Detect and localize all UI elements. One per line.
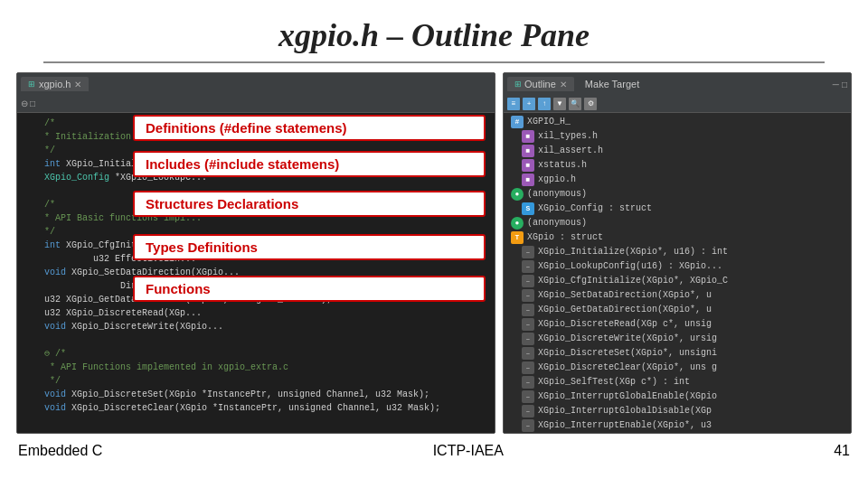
- annotation-functions: Functions: [133, 276, 486, 302]
- outline-item[interactable]: ■xil_assert.h: [507, 144, 847, 158]
- main-content: ⊞ xgpio.h ✕ ⊖ □ /* * Initialization func…: [0, 72, 868, 434]
- outline-item-text: XGpio_DiscreteRead(XGp c*, unsig: [538, 317, 712, 332]
- editor-tab[interactable]: ⊞ xgpio.h ✕: [21, 77, 89, 91]
- editor-toolbar: ⊖ □: [17, 95, 495, 113]
- outline-item-text: XGpio_GetDataDirection(XGpio*, u: [538, 303, 712, 317]
- outline-item-icon: #: [511, 116, 524, 128]
- outline-toolbar: ≡ + ↑ ▼ 🔍 ⚙: [504, 95, 851, 113]
- code-line: ⊖ /*: [24, 347, 487, 361]
- outline-tab-close[interactable]: ✕: [560, 80, 567, 89]
- footer: Embedded C ICTP-IAEA 41: [0, 437, 868, 465]
- outline-item-text: XGpio : struct: [527, 230, 603, 245]
- outline-item[interactable]: TXGpio : struct: [507, 230, 847, 245]
- outline-item-text: XGPIO_H_: [527, 115, 571, 129]
- outline-item-icon: –: [522, 260, 534, 273]
- expand-all-icon[interactable]: +: [523, 98, 535, 110]
- outline-item[interactable]: SXGpio_Config : struct: [507, 202, 847, 216]
- code-line: * API Functions implemented in xgpio_ext…: [24, 361, 487, 374]
- outline-item[interactable]: –XGpio_DiscreteWrite(XGpio*, ursig: [507, 332, 847, 346]
- outline-scrollbar[interactable]: [504, 433, 851, 434]
- outline-item-text: XGpio_LookupConfig(u16) : XGpio...: [538, 259, 722, 274]
- outline-item-icon: ■: [522, 174, 534, 186]
- outline-item-text: XGpio_DiscreteSet(XGpio*, unsigni: [538, 346, 717, 361]
- outline-item[interactable]: –XGpio_GetDataDirection(XGpio*, u: [507, 303, 847, 317]
- editor-tab-bar: ⊞ xgpio.h ✕: [17, 73, 495, 95]
- editor-pane: ⊞ xgpio.h ✕ ⊖ □ /* * Initialization func…: [16, 72, 495, 434]
- code-line: u32 XGpio_DiscreteRead(XGp...: [24, 306, 487, 320]
- outline-item[interactable]: ■xil_types.h: [507, 129, 847, 144]
- annotation-definitions: Definitions (#define statemens): [133, 115, 486, 141]
- footer-left: Embedded C: [18, 443, 102, 459]
- outline-item[interactable]: –XGpio_Initialize(XGpio*, u16) : int: [507, 245, 847, 259]
- outline-item-icon: –: [522, 289, 534, 302]
- settings-icon[interactable]: ⚙: [584, 98, 597, 110]
- code-line: void XGpio_DiscreteWrite(XGpio...: [24, 320, 487, 333]
- outline-item-text: XGpio_InterruptEnable(XGpio*, u3: [538, 418, 712, 433]
- outline-item[interactable]: #XGPIO_H_: [507, 115, 847, 129]
- code-line: */: [24, 374, 487, 388]
- outline-item[interactable]: ●(anonymous): [507, 187, 847, 202]
- outline-item-text: XGpio_Config : struct: [538, 202, 652, 216]
- outline-item[interactable]: –XGpio_InterruptGlobalEnable(XGpio: [507, 389, 847, 404]
- search-icon[interactable]: 🔍: [569, 98, 581, 110]
- outline-item[interactable]: –XGpio_CfgInitialize(XGpio*, XGpio_C: [507, 274, 847, 288]
- outline-tab[interactable]: ⊞ Outline ✕: [507, 77, 574, 91]
- outline-item[interactable]: –XGpio_DiscreteSet(XGpio*, unsigni: [507, 346, 847, 361]
- footer-center: ICTP-IAEA: [433, 443, 504, 459]
- outline-item-icon: –: [522, 333, 534, 345]
- filter-icon[interactable]: ▼: [553, 98, 566, 110]
- outline-item-text: (anonymous): [527, 187, 587, 202]
- outline-item-text: xil_assert.h: [538, 144, 603, 158]
- outline-item-icon: –: [522, 405, 534, 418]
- outline-item-text: xstatus.h: [538, 158, 587, 173]
- make-target-tab[interactable]: Make Target: [578, 77, 646, 91]
- outline-item-icon: S: [522, 202, 534, 215]
- collapse-all-icon[interactable]: ≡: [507, 98, 520, 110]
- outline-item[interactable]: –XGpio_InterruptGlobalDisable(XGp: [507, 404, 847, 418]
- outline-item-icon: –: [522, 318, 534, 331]
- outline-item-text: XGpio_InterruptGlobalEnable(XGpio: [538, 389, 717, 404]
- outline-item[interactable]: –XGpio_InterruptEnable(XGpio*, u3: [507, 418, 847, 433]
- outline-pane: ⊞ Outline ✕ Make Target ─ □ ≡ + ↑ ▼ 🔍 ⚙ …: [503, 72, 852, 434]
- outline-item[interactable]: –XGpio_SetDataDirection(XGpio*, u: [507, 288, 847, 303]
- outline-item[interactable]: –XGpio_SelfTest(XGp c*) : int: [507, 375, 847, 389]
- annotation-types: Types Definitions: [133, 234, 486, 260]
- outline-item[interactable]: ■xstatus.h: [507, 158, 847, 173]
- editor-scrollbar[interactable]: [17, 433, 495, 434]
- outline-item-text: XGpio_CfgInitialize(XGpio*, XGpio_C: [538, 274, 728, 288]
- outline-tab-label: Outline: [524, 79, 556, 89]
- toolbar-icon-2[interactable]: □: [30, 99, 35, 108]
- outline-item-icon: –: [522, 361, 534, 374]
- outline-item-text: xgpio.h: [538, 173, 576, 187]
- tab-close-icon[interactable]: ✕: [74, 80, 81, 89]
- page-title: xgpio.h – Outline Pane: [0, 0, 868, 61]
- outline-item-icon: ■: [522, 145, 534, 157]
- outline-item[interactable]: –XGpio_DiscreteClear(XGpio*, uns g: [507, 361, 847, 375]
- outline-item-text: (anonymous): [527, 216, 587, 230]
- min-icon[interactable]: ─: [833, 80, 839, 89]
- outline-item[interactable]: ■xgpio.h: [507, 173, 847, 187]
- outline-tab-bar: ⊞ Outline ✕ Make Target ─ □: [504, 73, 851, 95]
- outline-item-icon: ●: [511, 188, 524, 201]
- outline-item-icon: ●: [511, 217, 524, 230]
- outline-item[interactable]: –XGpio_DiscreteRead(XGp c*, unsig: [507, 317, 847, 332]
- max-icon[interactable]: □: [842, 80, 847, 89]
- code-line: void XGpio_DiscreteClear(XGpio *Instance…: [24, 401, 487, 415]
- footer-right: 41: [834, 443, 850, 459]
- outline-item-text: xil_types.h: [538, 129, 598, 144]
- annotation-includes: Includes (#include statemens): [133, 151, 486, 177]
- toolbar-icon-1[interactable]: ⊖: [21, 99, 28, 108]
- outline-item-icon: –: [522, 390, 534, 403]
- link-icon[interactable]: ↑: [538, 98, 551, 110]
- code-line: void XGpio_DiscreteSet(XGpio *InstancePt…: [24, 388, 487, 401]
- outline-item[interactable]: ●(anonymous): [507, 216, 847, 230]
- outline-item-icon: –: [522, 304, 534, 316]
- outline-item-icon: ■: [522, 159, 534, 172]
- outline-tab-controls: ─ □: [833, 80, 847, 89]
- make-target-label: Make Target: [585, 79, 639, 89]
- outline-content[interactable]: #XGPIO_H_■xil_types.h■xil_assert.h■xstat…: [504, 113, 851, 433]
- outline-item-icon: –: [522, 246, 534, 258]
- tab-label: xgpio.h: [39, 79, 71, 89]
- outline-item-icon: –: [522, 347, 534, 360]
- outline-item[interactable]: –XGpio_LookupConfig(u16) : XGpio...: [507, 259, 847, 274]
